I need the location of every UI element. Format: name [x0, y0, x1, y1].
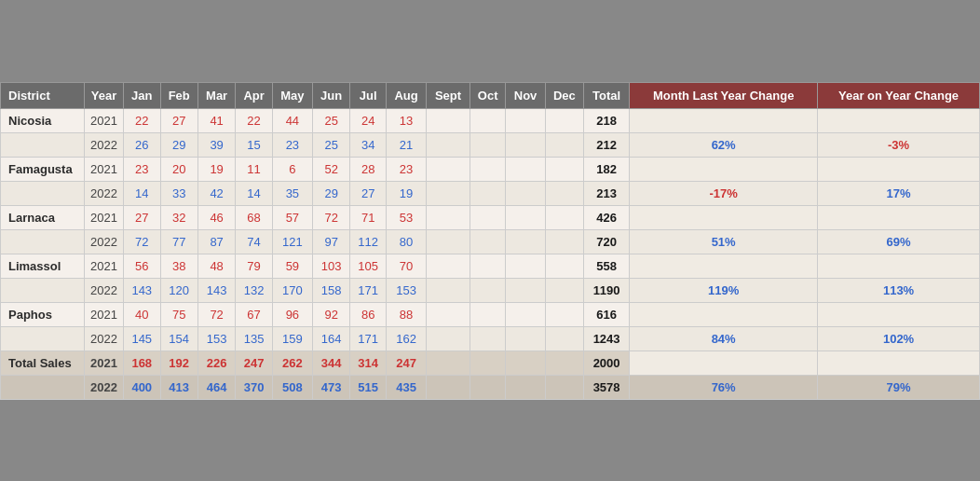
- col-header-sept: Sept: [427, 82, 470, 108]
- cell-apr: 247: [236, 350, 272, 375]
- cell-mar: 39: [197, 132, 235, 157]
- cell-jul: 86: [350, 302, 387, 326]
- cell-year: 2022: [85, 326, 124, 350]
- cell-dec: [545, 157, 583, 181]
- cell-district: [1, 278, 85, 302]
- cell-mar: 41: [197, 108, 235, 132]
- cell-year-change: [818, 108, 980, 132]
- cell-year: 2021: [85, 157, 124, 181]
- cell-feb: 75: [160, 302, 197, 326]
- cell-nov: [506, 108, 545, 132]
- cell-mar: 48: [197, 254, 235, 278]
- cell-apr: 15: [236, 132, 272, 157]
- cell-apr: 132: [236, 278, 272, 302]
- cell-total: 1243: [584, 326, 630, 350]
- cell-month-change: 84%: [630, 326, 818, 350]
- cell-jan: 23: [124, 157, 161, 181]
- cell-aug: 21: [386, 132, 426, 157]
- cell-jan: 168: [124, 350, 161, 375]
- cell-jul: 34: [350, 132, 387, 157]
- cell-total: 213: [584, 181, 630, 205]
- cell-month-change: 62%: [630, 132, 818, 157]
- cell-apr: 135: [236, 326, 272, 350]
- cell-nov: [506, 375, 545, 399]
- cell-jul: 28: [350, 157, 387, 181]
- col-header-feb: Feb: [160, 82, 197, 108]
- cell-total: 720: [584, 229, 630, 254]
- cell-year: 2021: [85, 254, 124, 278]
- cell-jun: 158: [312, 278, 349, 302]
- cell-year: 2022: [85, 375, 124, 399]
- cell-dec: [545, 181, 583, 205]
- cell-sept: [427, 254, 470, 278]
- col-header-jun: Jun: [312, 82, 349, 108]
- cell-year-change: -3%: [818, 132, 980, 157]
- cell-jun: 52: [312, 157, 349, 181]
- cell-mar: 19: [197, 157, 235, 181]
- cell-dec: [545, 254, 583, 278]
- cell-jan: 72: [124, 229, 161, 254]
- cell-aug: 13: [386, 108, 426, 132]
- cell-district: Famagusta: [1, 157, 85, 181]
- cell-month-change: 51%: [630, 229, 818, 254]
- cell-dec: [545, 132, 583, 157]
- cell-mar: 226: [197, 350, 235, 375]
- cell-feb: 29: [160, 132, 197, 157]
- cell-nov: [506, 302, 545, 326]
- cell-year: 2022: [85, 132, 124, 157]
- cell-jun: 92: [312, 302, 349, 326]
- cell-jul: 171: [350, 326, 387, 350]
- col-header-dec: Dec: [545, 82, 583, 108]
- cell-aug: 247: [386, 350, 426, 375]
- col-header-apr: Apr: [236, 82, 272, 108]
- cell-may: 35: [272, 181, 312, 205]
- cell-jul: 515: [350, 375, 387, 399]
- cell-month-change: 119%: [630, 278, 818, 302]
- col-header-total: Total: [584, 82, 630, 108]
- cell-nov: [506, 326, 545, 350]
- cell-may: 44: [272, 108, 312, 132]
- cell-district: [1, 326, 85, 350]
- cell-district: [1, 229, 85, 254]
- cell-feb: 20: [160, 157, 197, 181]
- cell-district: Total Sales: [1, 350, 85, 375]
- cell-year: 2021: [85, 205, 124, 229]
- cell-jul: 171: [350, 278, 387, 302]
- cell-oct: [470, 205, 506, 229]
- cell-mar: 87: [197, 229, 235, 254]
- cell-nov: [506, 229, 545, 254]
- cell-jan: 14: [124, 181, 161, 205]
- cell-nov: [506, 205, 545, 229]
- cell-oct: [470, 181, 506, 205]
- cell-total: 1190: [584, 278, 630, 302]
- col-header-district: District: [1, 82, 85, 108]
- cell-nov: [506, 157, 545, 181]
- cell-feb: 120: [160, 278, 197, 302]
- cell-jan: 145: [124, 326, 161, 350]
- cell-aug: 435: [386, 375, 426, 399]
- col-header-nov: Nov: [506, 82, 545, 108]
- cell-oct: [470, 302, 506, 326]
- cell-sept: [427, 302, 470, 326]
- cell-aug: 23: [386, 157, 426, 181]
- cell-year-change: [818, 302, 980, 326]
- cell-aug: 19: [386, 181, 426, 205]
- sales-table: District Year Jan Feb Mar Apr May Jun Ju…: [0, 82, 980, 400]
- cell-oct: [470, 350, 506, 375]
- col-header-year-change: Year on Year Change: [818, 82, 980, 108]
- cell-aug: 162: [386, 326, 426, 350]
- cell-nov: [506, 278, 545, 302]
- cell-jan: 143: [124, 278, 161, 302]
- cell-jul: 112: [350, 229, 387, 254]
- cell-oct: [470, 108, 506, 132]
- cell-total: 558: [584, 254, 630, 278]
- cell-may: 6: [272, 157, 312, 181]
- cell-month-change: -17%: [630, 181, 818, 205]
- col-header-year: Year: [85, 82, 124, 108]
- cell-dec: [545, 278, 583, 302]
- cell-oct: [470, 326, 506, 350]
- cell-aug: 53: [386, 205, 426, 229]
- cell-sept: [427, 157, 470, 181]
- cell-month-change: [630, 205, 818, 229]
- cell-mar: 464: [197, 375, 235, 399]
